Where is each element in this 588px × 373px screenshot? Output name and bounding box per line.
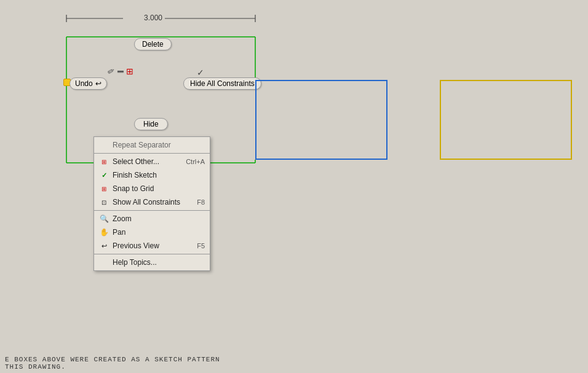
show-all-constraints-shortcut: F8 <box>197 198 205 206</box>
hide-all-constraints-button[interactable]: Hide All Constraints <box>183 77 261 90</box>
menu-item-help-topics[interactable]: Help Topics... <box>94 256 210 269</box>
checkmark-icon[interactable]: ✓ <box>197 68 204 77</box>
show-all-constraints-label: Show All Constraints <box>113 198 193 206</box>
menu-item-finish-sketch[interactable]: ✓ Finish Sketch <box>94 168 210 182</box>
help-topics-label: Help Topics... <box>113 258 201 267</box>
previous-view-shortcut: F5 <box>197 242 205 249</box>
gold-sketch-rectangle <box>440 80 572 160</box>
undo-label: Undo <box>75 79 93 88</box>
menu-item-zoom[interactable]: 🔍 Zoom <box>94 212 210 226</box>
repeat-separator-icon <box>99 140 109 150</box>
status-bar: E BOXES ABOVE WERE CREATED AS A SKETCH P… <box>0 353 588 373</box>
menu-item-select-other[interactable]: ⊞ Select Other... Ctrl+A <box>94 155 210 168</box>
select-other-shortcut: Ctrl+A <box>186 158 205 165</box>
blue-sketch-rectangle <box>255 80 387 160</box>
menu-item-repeat-separator[interactable]: Repeat Separator <box>94 138 210 152</box>
finish-sketch-label: Finish Sketch <box>113 171 201 179</box>
undo-button[interactable]: Undo ↩ <box>70 77 107 90</box>
pan-icon: ✋ <box>99 227 109 237</box>
sketch-toolbar: ✏ ═ ⊞ <box>108 66 133 76</box>
previous-view-icon: ↩ <box>99 241 109 251</box>
show-constraints-icon: ⊡ <box>99 197 109 207</box>
strikethrough-icon[interactable]: ═ <box>117 66 124 76</box>
snap-to-grid-icon: ⊞ <box>99 184 109 194</box>
menu-item-previous-view[interactable]: ↩ Previous View F5 <box>94 239 210 253</box>
status-line-1: E BOXES ABOVE WERE CREATED AS A SKETCH P… <box>5 356 583 363</box>
undo-icon: ↩ <box>95 79 101 88</box>
hide-button[interactable]: Hide <box>134 118 168 130</box>
help-topics-icon <box>99 257 109 267</box>
menu-item-snap-to-grid[interactable]: ⊞ Snap to Grid <box>94 182 210 195</box>
context-menu: Repeat Separator ⊞ Select Other... Ctrl+… <box>93 136 210 271</box>
pencil-icon[interactable]: ✏ <box>106 65 117 77</box>
finish-sketch-icon: ✓ <box>99 170 109 180</box>
status-line-2: THIS DRAWING. <box>5 363 583 371</box>
zoom-icon: 🔍 <box>99 214 109 224</box>
dimension-label: 3.000 <box>141 14 165 22</box>
pattern-icon[interactable]: ⊞ <box>126 66 133 76</box>
select-other-label: Select Other... <box>113 157 182 166</box>
previous-view-label: Previous View <box>113 241 193 250</box>
select-other-icon: ⊞ <box>99 157 109 167</box>
snap-to-grid-label: Snap to Grid <box>113 184 201 193</box>
menu-divider-3 <box>94 254 210 254</box>
zoom-label: Zoom <box>113 214 201 223</box>
hide-constraints-label: Hide All Constraints <box>190 79 255 88</box>
menu-divider-1 <box>94 153 210 154</box>
menu-item-pan[interactable]: ✋ Pan <box>94 226 210 239</box>
repeat-separator-label: Repeat Separator <box>113 141 205 149</box>
menu-divider-2 <box>94 210 210 211</box>
menu-item-show-all-constraints[interactable]: ⊡ Show All Constraints F8 <box>94 195 210 209</box>
pan-label: Pan <box>113 228 201 237</box>
delete-button[interactable]: Delete <box>134 38 172 50</box>
